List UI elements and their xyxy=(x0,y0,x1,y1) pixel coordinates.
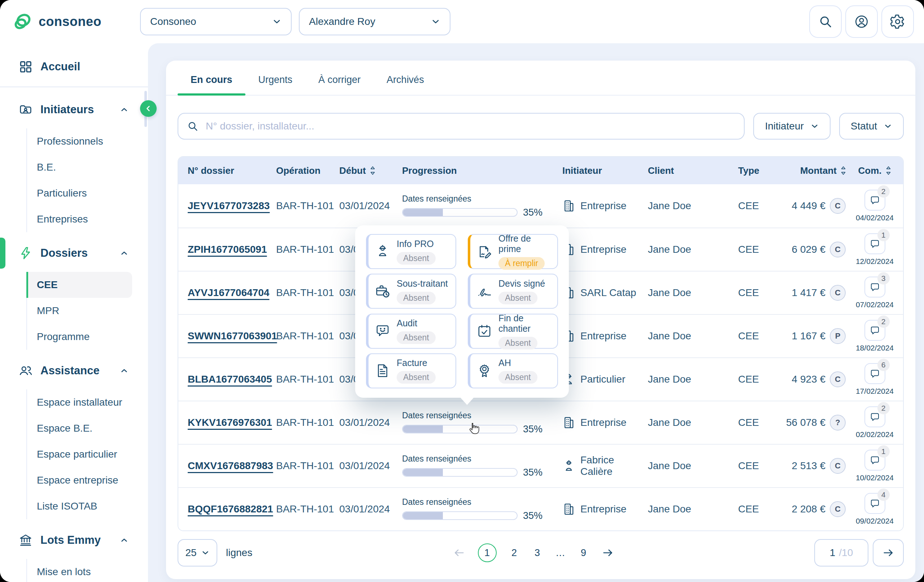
sidebar-item-espace-installateur[interactable]: Espace installateur xyxy=(27,390,148,415)
sidebar-item-espace-b-e[interactable]: Espace B.E. xyxy=(27,415,148,441)
cell-montant: 56 078 €? xyxy=(774,415,846,431)
progress-fill xyxy=(403,512,443,519)
sidebar-item-programme[interactable]: Programme xyxy=(27,324,148,350)
cell-operation: BAR-TH-101 xyxy=(276,244,339,255)
progress-bar[interactable] xyxy=(402,425,518,434)
comment-icon xyxy=(870,195,880,205)
status-card-sous-traitant[interactable]: Sous-traitantAbsent xyxy=(366,274,456,309)
page-size-select[interactable]: 25 xyxy=(178,539,217,567)
tab-en-cours[interactable]: En cours xyxy=(178,71,246,95)
column-header-com[interactable]: Com. xyxy=(846,165,903,176)
organization-select[interactable]: Consoneo xyxy=(140,8,292,35)
initiateur-filter-button[interactable]: Initiateur xyxy=(753,113,830,140)
progress-bar[interactable] xyxy=(402,468,518,477)
sort-icon[interactable] xyxy=(370,166,376,176)
comments-button[interactable]: 3 xyxy=(865,276,885,298)
montant-value: 4 923 € xyxy=(792,373,825,385)
sidebar-item-espace-entreprise[interactable]: Espace entreprise xyxy=(27,467,148,493)
progress-bar[interactable] xyxy=(402,208,518,217)
sort-icon[interactable] xyxy=(885,166,891,176)
page-2[interactable]: 2 xyxy=(509,547,520,559)
arrow-right-icon xyxy=(882,546,895,559)
page-indicator[interactable]: 1 /10 xyxy=(814,539,868,567)
building-icon xyxy=(562,199,575,212)
comments-button[interactable]: 1 xyxy=(865,233,885,254)
comments-button[interactable]: 6 xyxy=(865,363,885,384)
chevron-down-icon xyxy=(272,17,282,26)
sidebar-item-mise-en-lots[interactable]: Mise en lots xyxy=(27,559,148,582)
comments-button[interactable]: 2 xyxy=(865,406,885,427)
comments-date: 07/02/2024 xyxy=(856,300,894,309)
sidebar-section-header-lots-emmy[interactable]: Lots Emmy xyxy=(19,531,129,549)
cell-montant: 6 029 €C xyxy=(774,242,846,258)
comments-button[interactable]: 2 xyxy=(865,190,885,210)
cell-montant: 2 208 €C xyxy=(774,501,846,517)
sidebar-item-mpr[interactable]: MPR xyxy=(27,298,148,324)
sidebar-section-header-initiateurs[interactable]: Initiateurs xyxy=(19,101,129,118)
dossier-link[interactable]: AYVJ1677064704 xyxy=(188,287,269,298)
sidebar-collapse-button[interactable] xyxy=(140,100,157,117)
comments-button[interactable]: 1 xyxy=(865,450,885,470)
status-card-ah[interactable]: AHAbsent xyxy=(468,353,558,388)
tab-corriger[interactable]: À corriger xyxy=(305,71,374,95)
search-input[interactable] xyxy=(205,120,735,132)
sidebar-item-particuliers[interactable]: Particuliers xyxy=(27,180,148,206)
next-page-button[interactable] xyxy=(873,539,904,567)
montant-value: 6 029 € xyxy=(792,244,825,255)
page-1[interactable]: 1 xyxy=(478,543,497,562)
column-header-d-but[interactable]: Début xyxy=(339,165,402,176)
search-button[interactable] xyxy=(809,5,842,38)
dossier-link[interactable]: BLBA1677063405 xyxy=(188,373,272,385)
cell-operation: BAR-TH-101 xyxy=(276,417,339,428)
settings-button[interactable] xyxy=(881,5,914,38)
dossier-link[interactable]: CMXV1676887983 xyxy=(188,460,273,471)
sidebar-item-b-e[interactable]: B.E. xyxy=(27,155,148,180)
cell-montant: 4 449 €C xyxy=(774,198,846,214)
page-9[interactable]: 9 xyxy=(578,547,589,559)
sidebar-section-header-assistance[interactable]: Assistance xyxy=(19,362,129,379)
dossier-link[interactable]: SWWN1677063901 xyxy=(188,330,277,342)
dossier-link[interactable]: BQQF1676882821 xyxy=(188,503,273,515)
comments-button[interactable]: 2 xyxy=(865,320,885,341)
dossier-link[interactable]: JEYV1677073283 xyxy=(188,200,270,211)
cell-comments: 218/02/2024 xyxy=(846,320,903,352)
search-icon xyxy=(818,15,833,29)
sidebar-section-header-dossiers[interactable]: Dossiers xyxy=(19,245,129,262)
user-select[interactable]: Alexandre Roy xyxy=(299,8,450,35)
sidebar-item-liste-isotab[interactable]: Liste ISOTAB xyxy=(27,493,148,519)
status-card-fin-de-chantier[interactable]: Fin de chantierAbsent xyxy=(468,314,558,349)
status-card-devis-sign[interactable]: Devis signéAbsent xyxy=(468,274,558,309)
tab-urgents[interactable]: Urgents xyxy=(246,71,306,95)
montant-value: 1 417 € xyxy=(792,287,825,299)
sidebar: Accueil InitiateursProfessionnelsB.E.Par… xyxy=(0,43,148,582)
sidebar-item-accueil[interactable]: Accueil xyxy=(19,60,148,74)
sidebar-item-espace-particulier[interactable]: Espace particulier xyxy=(27,441,148,467)
next-page-arrow[interactable] xyxy=(601,546,614,559)
account-button[interactable] xyxy=(845,5,878,38)
cell-debut: 03/01/2024 xyxy=(339,417,402,428)
page-3[interactable]: 3 xyxy=(532,547,543,559)
previous-page-arrow[interactable] xyxy=(453,546,465,559)
column-header-label: Type xyxy=(738,165,759,176)
comments-button[interactable]: 4 xyxy=(865,493,885,514)
dossier-link[interactable]: KYKV1676976301 xyxy=(188,417,272,428)
sidebar-item-professionnels[interactable]: Professionnels xyxy=(27,128,148,155)
sidebar-item-cee[interactable]: CEE xyxy=(26,272,132,298)
status-card-offre-de-prime[interactable]: Offre de primeÀ remplir xyxy=(468,234,558,269)
progress-fill xyxy=(403,426,443,433)
column-header-montant[interactable]: Montant xyxy=(774,165,846,176)
cell-initiateur: Entreprise xyxy=(562,243,648,256)
statut-filter-button[interactable]: Statut xyxy=(839,113,904,140)
statut-filter-label: Statut xyxy=(851,120,877,132)
status-card-audit[interactable]: AuditAbsent xyxy=(366,314,456,349)
sidebar-item-entreprises[interactable]: Entreprises xyxy=(27,206,148,232)
progress-bar[interactable] xyxy=(402,511,518,520)
app-body: Accueil InitiateursProfessionnelsB.E.Par… xyxy=(0,43,924,582)
tab-archiv-s[interactable]: Archivés xyxy=(374,71,437,95)
sort-icon[interactable] xyxy=(840,166,846,176)
cell-progression: Dates renseignées35% xyxy=(402,194,562,218)
progress-line: 35% xyxy=(402,207,562,218)
status-card-info-pro[interactable]: Info PROAbsent xyxy=(366,234,456,269)
status-card-facture[interactable]: FactureAbsent xyxy=(366,353,456,388)
dossier-link[interactable]: ZPIH1677065091 xyxy=(188,244,267,255)
